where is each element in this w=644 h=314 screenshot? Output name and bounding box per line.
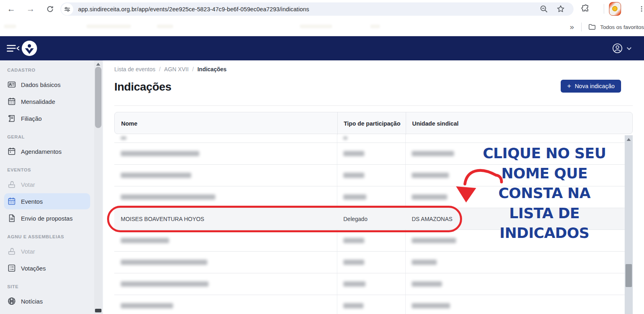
sidebar-item-agendamentos[interactable]: Agendamentos bbox=[4, 143, 90, 159]
sindireceita-logo[interactable] bbox=[22, 41, 37, 56]
breadcrumb-agn-xvii[interactable]: AGN XVII bbox=[164, 66, 189, 72]
calendar-icon bbox=[7, 97, 16, 106]
table-row[interactable] bbox=[114, 230, 625, 252]
new-indication-button[interactable]: + Nova indicação bbox=[561, 80, 621, 93]
header-divider bbox=[114, 105, 633, 106]
sidebar-item-votar[interactable]: Votar bbox=[4, 243, 90, 259]
sidebar-section-label: SITE bbox=[0, 284, 94, 289]
forward-icon[interactable]: → bbox=[24, 2, 37, 15]
cell-unidade: DS AMAZONAS bbox=[412, 208, 452, 229]
redacted-text bbox=[343, 260, 364, 265]
file-text-icon bbox=[7, 214, 16, 223]
redacted-text bbox=[121, 238, 169, 243]
profile-avatar[interactable] bbox=[609, 2, 621, 16]
sidebar-item-label: Mensalidade bbox=[21, 98, 55, 105]
sidebar-item-eventos[interactable]: Eventos bbox=[4, 193, 90, 209]
breadcrumb-events-list[interactable]: Lista de eventos bbox=[114, 66, 155, 72]
bookmarks-overflow-icon[interactable]: » bbox=[570, 23, 574, 31]
bookmark-star-icon[interactable] bbox=[556, 4, 566, 14]
sidebar-item-filiacao[interactable]: Filiação bbox=[4, 110, 90, 126]
sidebar-scrollbar-thumb[interactable] bbox=[95, 67, 101, 128]
redacted-text bbox=[121, 151, 199, 156]
receipt-icon bbox=[7, 114, 16, 123]
sidebar-section-label: AGNU E ASSEMBLEIAS bbox=[0, 234, 94, 239]
sidebar-item-label: Agendamentos bbox=[21, 148, 62, 155]
cell-tipo: Delegado bbox=[343, 208, 367, 229]
breadcrumb: Lista de eventos/AGN XVII/Indicações bbox=[114, 66, 227, 72]
all-bookmarks-label[interactable]: Todos os favoritos bbox=[600, 24, 644, 30]
sidebar-item-envio-de-propostas[interactable]: Envio de propostas bbox=[4, 210, 90, 226]
sidebar-item-label: Votar bbox=[21, 181, 35, 188]
col-unidade: Unidade sindical bbox=[412, 112, 458, 134]
redacted-text bbox=[412, 238, 456, 243]
redacted-text bbox=[343, 238, 364, 243]
sidebar-item-label: Votar bbox=[21, 248, 35, 255]
sidebar-item-votar[interactable]: Votar bbox=[4, 176, 90, 192]
table-row[interactable] bbox=[114, 273, 625, 295]
chrome-menu-icon[interactable] bbox=[635, 2, 644, 15]
id-card-icon bbox=[7, 80, 16, 89]
sidebar-item-label: Dados básicos bbox=[21, 81, 60, 88]
redacted-text bbox=[412, 260, 437, 265]
calendar-event-icon bbox=[7, 147, 16, 156]
sidebar-section-label: CADASTRO bbox=[0, 68, 94, 72]
table-row[interactable]: MOISES BOAVENTURA HOYOSDelegadoDS AMAZON… bbox=[114, 208, 625, 230]
sidebar-item-label: Notícias bbox=[21, 298, 43, 305]
redacted-text bbox=[412, 194, 447, 200]
cell-nome: MOISES BOAVENTURA HOYOS bbox=[121, 208, 204, 229]
table-header: Nome Tipo de participação Unidade sindic… bbox=[114, 112, 633, 134]
sidebar-toggle-icon[interactable] bbox=[6, 43, 20, 53]
address-bar[interactable]: app.sindireceita.org.br/app/events/2ee92… bbox=[60, 2, 574, 16]
bookmarks-divider bbox=[581, 23, 582, 31]
redacted-text bbox=[121, 136, 126, 140]
account-icon[interactable] bbox=[612, 43, 623, 54]
reload-icon[interactable] bbox=[43, 2, 56, 15]
zoom-out-icon[interactable] bbox=[539, 4, 549, 14]
site-settings-icon[interactable] bbox=[61, 3, 73, 15]
redacted-text bbox=[121, 303, 173, 308]
col-nome: Nome bbox=[121, 112, 137, 134]
sidebar-item-label: Eventos bbox=[21, 198, 43, 205]
ballot-icon bbox=[7, 180, 16, 189]
main-content: Lista de eventos/AGN XVII/Indicações Ind… bbox=[103, 60, 644, 314]
col-tipo: Tipo de participação bbox=[344, 112, 400, 134]
list-check-icon bbox=[7, 264, 16, 273]
sidebar-item-mensalidade[interactable]: Mensalidade bbox=[4, 93, 90, 109]
plus-icon: + bbox=[567, 82, 571, 90]
sidebar-item-noticias[interactable]: Notícias bbox=[4, 293, 90, 309]
globe-icon bbox=[7, 297, 16, 306]
sidebar-section-label: GERAL bbox=[0, 134, 94, 139]
sidebar-item-label: Filiação bbox=[21, 115, 42, 122]
folder-icon bbox=[588, 23, 596, 31]
redacted-text bbox=[343, 194, 366, 200]
table-scrollbar-thumb[interactable] bbox=[625, 264, 632, 287]
table-row[interactable] bbox=[114, 295, 625, 314]
sidebar-scrollbar[interactable] bbox=[94, 60, 102, 314]
table-body: MOISES BOAVENTURA HOYOSDelegadoDS AMAZON… bbox=[114, 134, 633, 314]
sidebar-item-votacoes[interactable]: Votações bbox=[4, 260, 90, 276]
table-row[interactable] bbox=[114, 252, 625, 273]
bookmarks-bar: » Todos os favoritos bbox=[0, 18, 644, 36]
redacted-text bbox=[121, 260, 207, 265]
calendar-grid-icon bbox=[7, 197, 16, 206]
sidebar-item-dados-basicos[interactable]: Dados básicos bbox=[4, 76, 90, 93]
table-row[interactable] bbox=[114, 186, 625, 208]
redacted-text bbox=[412, 281, 442, 287]
table-row[interactable] bbox=[114, 143, 625, 165]
redacted-text bbox=[121, 173, 191, 178]
sidebar-scrollbar-down[interactable] bbox=[95, 309, 101, 312]
table-row[interactable] bbox=[114, 165, 625, 186]
redacted-text bbox=[121, 194, 215, 200]
extensions-icon[interactable] bbox=[581, 4, 591, 14]
breadcrumb-current: Indicações bbox=[197, 66, 226, 72]
back-icon[interactable]: ← bbox=[5, 2, 18, 15]
url-text[interactable]: app.sindireceita.org.br/app/events/2ee92… bbox=[78, 6, 309, 12]
sidebar-item-label: Envio de propostas bbox=[21, 215, 72, 222]
sidebar-section-label: EVENTOS bbox=[0, 167, 94, 172]
toolbar-divider bbox=[604, 4, 604, 14]
table-row-partial[interactable] bbox=[114, 134, 625, 143]
page-title: Indicações bbox=[114, 81, 171, 93]
table-scrollbar[interactable] bbox=[625, 135, 633, 314]
account-chevron-down-icon[interactable] bbox=[626, 47, 632, 51]
ballot-icon bbox=[7, 247, 16, 256]
